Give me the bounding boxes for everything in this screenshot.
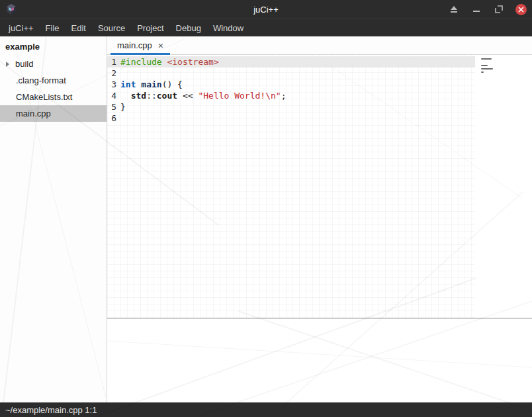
sidebar-item-main-cpp[interactable]: main.cpp [0,105,107,122]
file-label: main.cpp [16,109,51,118]
keep-above-button[interactable] [448,3,460,15]
output-pane[interactable] [107,319,532,402]
line-number: 2 [107,68,116,79]
code-line[interactable]: 3int main() { [107,79,475,90]
statusbar: ~/example/main.cpp 1:1 [0,402,532,417]
menu-item-file[interactable]: File [40,21,66,36]
line-number: 5 [107,101,116,113]
menu-item-debug[interactable]: Debug [170,21,207,36]
line-code: std::cout << "Hello World!\n"; [120,90,286,101]
file-tree-items: build.clang-formatCMakeLists.txtmain.cpp [0,56,107,122]
menu-item-edit[interactable]: Edit [66,21,92,36]
menu-item-source[interactable]: Source [92,21,131,36]
tab-close-icon[interactable]: × [158,41,163,50]
line-number: 1 [107,56,116,68]
minimap-line [481,58,492,60]
code-line[interactable]: 1#include <iostream> [107,56,475,68]
tabbar: main.cpp × [107,36,532,55]
minimize-button[interactable] [470,3,482,15]
project-root-label: example [0,38,107,56]
menu-item-project[interactable]: Project [131,21,169,36]
file-label: .clang-format [16,75,66,85]
line-code: #include <iostream> [120,56,219,68]
file-tree-sidebar: example build.clang-formatCMakeLists.txt… [0,36,107,402]
menu-item-window[interactable]: Window [207,21,249,36]
window-controls [448,3,527,15]
code-line[interactable]: 6 [107,113,475,124]
code-lines[interactable]: 1#include <iostream>23int main() {4 std:… [107,55,475,318]
minimap-line [481,68,493,70]
line-number: 4 [107,90,116,101]
menu-item-juci[interactable]: juCi++ [3,21,40,36]
sidebar-item-cmakelists-txt[interactable]: CMakeLists.txt [0,89,107,105]
sidebar-item-build[interactable]: build [0,56,107,72]
file-label: CMakeLists.txt [16,92,72,102]
tab-label: main.cpp [117,40,152,50]
status-file-position: ~/example/main.cpp 1:1 [5,405,97,415]
code-line[interactable]: 4 std::cout << "Hello World!\n"; [107,90,475,101]
code-line[interactable]: 2 [107,68,475,79]
line-number: 6 [107,113,116,124]
line-code: int main() { [120,79,183,90]
minimap-line [481,65,488,66]
line-code: } [120,101,126,113]
line-number: 3 [107,79,116,90]
file-label: build [15,59,33,69]
titlebar: juCi++ [0,0,532,19]
code-line[interactable]: 5} [107,101,475,113]
minimap[interactable] [475,55,532,318]
minimap-line [481,71,484,73]
close-button[interactable] [515,4,527,15]
main-area: example build.clang-formatCMakeLists.txt… [0,36,532,402]
sidebar-item--clang-format[interactable]: .clang-format [0,72,107,89]
app-icon [5,3,17,15]
maximize-button[interactable] [493,3,505,15]
editor-content: main.cpp × 1#include <iostream>23int mai… [107,36,532,402]
code-editor: 1#include <iostream>23int main() {4 std:… [107,55,532,318]
tab-main-cpp[interactable]: main.cpp × [111,36,170,54]
menubar: juCi++FileEditSourceProjectDebugWindow [0,19,532,36]
expander-triangle-icon[interactable] [6,62,9,67]
